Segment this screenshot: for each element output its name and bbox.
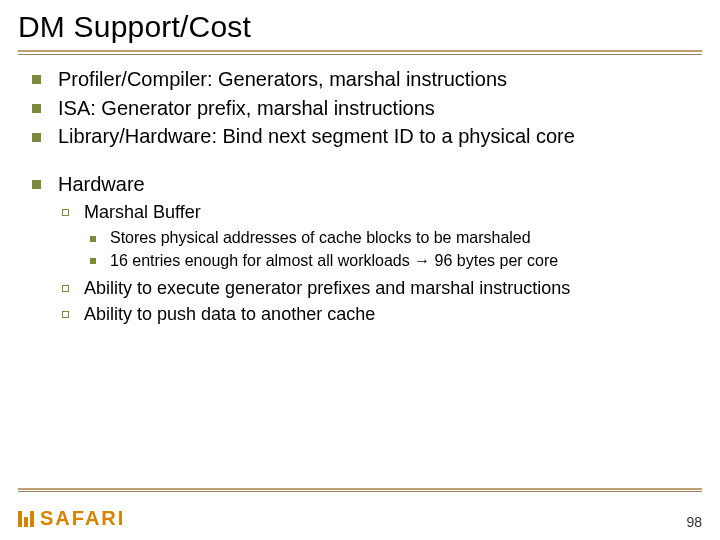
bullet-text: Stores physical addresses of cache block…	[110, 229, 531, 246]
slide-body: Profiler/Compiler: Generators, marshal i…	[0, 55, 720, 326]
bullet-text: 16 entries enough for almost all workloa…	[110, 252, 558, 269]
bullet-text: Ability to execute generator prefixes an…	[84, 278, 570, 298]
safari-logo: SAFARI	[18, 507, 125, 530]
bullet-text: Marshal Buffer	[84, 202, 201, 222]
list-item: Stores physical addresses of cache block…	[84, 228, 692, 248]
bullet-text: Profiler/Compiler: Generators, marshal i…	[58, 68, 507, 90]
list-item: Hardware Marshal Buffer Stores physical …	[28, 172, 692, 327]
footer-rule-bottom	[18, 491, 702, 492]
bullet-text: ISA: Generator prefix, marshal instructi…	[58, 97, 435, 119]
list-item: Marshal Buffer Stores physical addresses…	[58, 201, 692, 271]
page-number: 98	[686, 514, 702, 530]
title-area: DM Support/Cost	[0, 0, 720, 50]
list-item: Profiler/Compiler: Generators, marshal i…	[28, 67, 692, 93]
bullet-text: Hardware	[58, 173, 145, 195]
bullet-list-level1: Profiler/Compiler: Generators, marshal i…	[28, 67, 692, 326]
slide: DM Support/Cost Profiler/Compiler: Gener…	[0, 0, 720, 540]
footer-rule-top	[18, 488, 702, 490]
bullet-text: Ability to push data to another cache	[84, 304, 375, 324]
bullet-list-level3: Stores physical addresses of cache block…	[84, 228, 692, 271]
list-item: ISA: Generator prefix, marshal instructi…	[28, 96, 692, 122]
logo-bars-icon	[18, 511, 34, 527]
bullet-list-level2: Marshal Buffer Stores physical addresses…	[58, 201, 692, 326]
logo-text: SAFARI	[40, 507, 125, 530]
bullet-text: Library/Hardware: Bind next segment ID t…	[58, 125, 575, 147]
footer-rules	[18, 488, 702, 492]
list-item: Library/Hardware: Bind next segment ID t…	[28, 124, 692, 150]
list-item: 16 entries enough for almost all workloa…	[84, 251, 692, 271]
footer: SAFARI 98	[18, 507, 702, 530]
list-item: Ability to execute generator prefixes an…	[58, 277, 692, 300]
list-item: Ability to push data to another cache	[58, 303, 692, 326]
slide-title: DM Support/Cost	[18, 10, 702, 44]
title-rule-top	[18, 50, 702, 52]
